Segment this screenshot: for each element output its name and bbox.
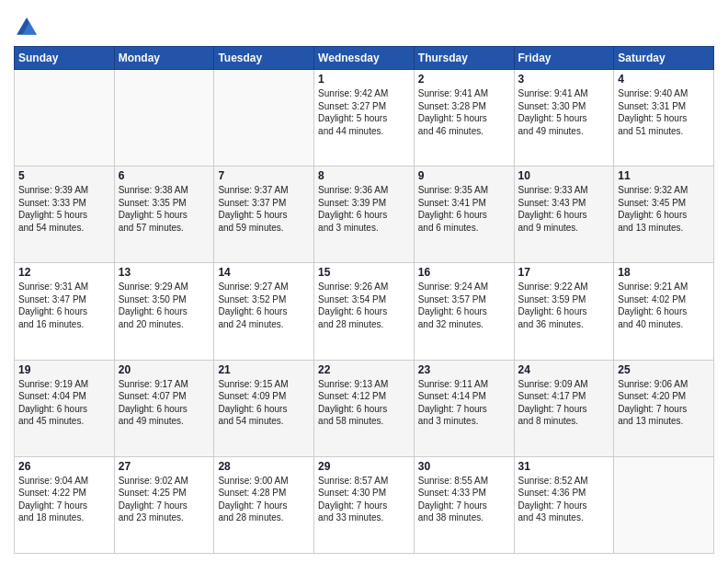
calendar-cell: 29Sunrise: 8:57 AMSunset: 4:30 PMDayligh… xyxy=(314,456,415,553)
calendar-cell: 17Sunrise: 9:22 AMSunset: 3:59 PMDayligh… xyxy=(514,263,614,360)
day-info: Sunrise: 9:27 AMSunset: 3:52 PMDaylight:… xyxy=(218,281,310,330)
calendar-cell: 26Sunrise: 9:04 AMSunset: 4:22 PMDayligh… xyxy=(15,456,115,553)
calendar-cell: 15Sunrise: 9:26 AMSunset: 3:54 PMDayligh… xyxy=(314,263,415,360)
calendar-cell: 20Sunrise: 9:17 AMSunset: 4:07 PMDayligh… xyxy=(114,360,214,456)
day-info: Sunrise: 9:06 AMSunset: 4:20 PMDaylight:… xyxy=(618,378,710,428)
day-info: Sunrise: 9:40 AMSunset: 3:31 PMDaylight:… xyxy=(618,87,710,137)
calendar-cell: 28Sunrise: 9:00 AMSunset: 4:28 PMDayligh… xyxy=(214,456,314,553)
calendar-cell: 7Sunrise: 9:37 AMSunset: 3:37 PMDaylight… xyxy=(214,167,314,263)
calendar-cell: 23Sunrise: 9:11 AMSunset: 4:14 PMDayligh… xyxy=(414,360,514,456)
day-info: Sunrise: 9:33 AMSunset: 3:43 PMDaylight:… xyxy=(518,184,610,234)
day-number: 19 xyxy=(18,363,110,376)
calendar-cell xyxy=(15,70,115,167)
calendar-cell: 3Sunrise: 9:41 AMSunset: 3:30 PMDaylight… xyxy=(514,70,614,167)
week-row-4: 19Sunrise: 9:19 AMSunset: 4:04 PMDayligh… xyxy=(15,360,714,456)
day-number: 2 xyxy=(418,73,510,86)
weekday-header-tuesday: Tuesday xyxy=(214,47,314,70)
weekday-header-saturday: Saturday xyxy=(614,47,714,70)
calendar-cell: 5Sunrise: 9:39 AMSunset: 3:33 PMDaylight… xyxy=(15,167,115,263)
week-row-1: 1Sunrise: 9:42 AMSunset: 3:27 PMDaylight… xyxy=(15,70,714,167)
calendar-cell: 6Sunrise: 9:38 AMSunset: 3:35 PMDaylight… xyxy=(114,167,214,263)
calendar-cell xyxy=(214,70,314,167)
day-info: Sunrise: 9:13 AMSunset: 4:12 PMDaylight:… xyxy=(318,378,410,428)
weekday-header-wednesday: Wednesday xyxy=(314,47,415,70)
day-number: 28 xyxy=(218,460,310,473)
calendar: SundayMondayTuesdayWednesdayThursdayFrid… xyxy=(14,46,714,554)
day-number: 6 xyxy=(119,169,210,182)
day-info: Sunrise: 9:09 AMSunset: 4:17 PMDaylight:… xyxy=(518,378,610,428)
day-number: 18 xyxy=(618,266,710,279)
calendar-cell: 12Sunrise: 9:31 AMSunset: 3:47 PMDayligh… xyxy=(15,263,115,360)
day-number: 31 xyxy=(518,460,610,473)
calendar-cell: 18Sunrise: 9:21 AMSunset: 4:02 PMDayligh… xyxy=(614,263,714,360)
calendar-cell: 30Sunrise: 8:55 AMSunset: 4:33 PMDayligh… xyxy=(414,456,514,553)
day-info: Sunrise: 9:41 AMSunset: 3:28 PMDaylight:… xyxy=(418,87,510,137)
day-number: 1 xyxy=(318,73,410,86)
day-info: Sunrise: 8:52 AMSunset: 4:36 PMDaylight:… xyxy=(518,475,610,524)
day-number: 4 xyxy=(618,73,710,86)
day-info: Sunrise: 9:02 AMSunset: 4:25 PMDaylight:… xyxy=(119,475,210,524)
calendar-cell: 1Sunrise: 9:42 AMSunset: 3:27 PMDaylight… xyxy=(314,70,415,167)
day-number: 8 xyxy=(318,169,410,182)
day-info: Sunrise: 9:32 AMSunset: 3:45 PMDaylight:… xyxy=(618,184,710,234)
day-info: Sunrise: 8:57 AMSunset: 4:30 PMDaylight:… xyxy=(318,475,410,524)
calendar-cell: 14Sunrise: 9:27 AMSunset: 3:52 PMDayligh… xyxy=(214,263,314,360)
day-number: 17 xyxy=(518,266,610,279)
week-row-2: 5Sunrise: 9:39 AMSunset: 3:33 PMDaylight… xyxy=(15,167,714,263)
day-number: 9 xyxy=(418,169,510,182)
calendar-cell: 11Sunrise: 9:32 AMSunset: 3:45 PMDayligh… xyxy=(614,167,714,263)
day-number: 11 xyxy=(618,169,710,182)
day-info: Sunrise: 9:19 AMSunset: 4:04 PMDaylight:… xyxy=(18,378,110,428)
calendar-cell: 4Sunrise: 9:40 AMSunset: 3:31 PMDaylight… xyxy=(614,70,714,167)
calendar-cell: 21Sunrise: 9:15 AMSunset: 4:09 PMDayligh… xyxy=(214,360,314,456)
day-info: Sunrise: 9:42 AMSunset: 3:27 PMDaylight:… xyxy=(318,87,410,137)
day-info: Sunrise: 9:31 AMSunset: 3:47 PMDaylight:… xyxy=(18,281,110,330)
day-number: 30 xyxy=(418,460,510,473)
calendar-cell: 13Sunrise: 9:29 AMSunset: 3:50 PMDayligh… xyxy=(114,263,214,360)
calendar-cell: 24Sunrise: 9:09 AMSunset: 4:17 PMDayligh… xyxy=(514,360,614,456)
day-info: Sunrise: 9:11 AMSunset: 4:14 PMDaylight:… xyxy=(418,378,510,428)
day-info: Sunrise: 9:38 AMSunset: 3:35 PMDaylight:… xyxy=(119,184,210,234)
day-info: Sunrise: 9:21 AMSunset: 4:02 PMDaylight:… xyxy=(618,281,710,330)
day-number: 13 xyxy=(119,266,210,279)
week-row-3: 12Sunrise: 9:31 AMSunset: 3:47 PMDayligh… xyxy=(15,263,714,360)
day-number: 14 xyxy=(218,266,310,279)
day-info: Sunrise: 9:22 AMSunset: 3:59 PMDaylight:… xyxy=(518,281,610,330)
calendar-cell: 10Sunrise: 9:33 AMSunset: 3:43 PMDayligh… xyxy=(514,167,614,263)
day-info: Sunrise: 9:39 AMSunset: 3:33 PMDaylight:… xyxy=(18,184,110,234)
header xyxy=(14,9,714,40)
day-number: 29 xyxy=(318,460,410,473)
day-number: 24 xyxy=(518,363,610,376)
day-number: 25 xyxy=(618,363,710,376)
calendar-cell: 8Sunrise: 9:36 AMSunset: 3:39 PMDaylight… xyxy=(314,167,415,263)
day-number: 20 xyxy=(119,363,210,376)
calendar-cell: 9Sunrise: 9:35 AMSunset: 3:41 PMDaylight… xyxy=(414,167,514,263)
day-info: Sunrise: 9:00 AMSunset: 4:28 PMDaylight:… xyxy=(218,475,310,524)
day-info: Sunrise: 9:24 AMSunset: 3:57 PMDaylight:… xyxy=(418,281,510,330)
weekday-header-monday: Monday xyxy=(114,47,214,70)
logo xyxy=(14,15,43,40)
calendar-cell: 31Sunrise: 8:52 AMSunset: 4:36 PMDayligh… xyxy=(514,456,614,553)
day-info: Sunrise: 9:35 AMSunset: 3:41 PMDaylight:… xyxy=(418,184,510,234)
day-number: 12 xyxy=(18,266,110,279)
calendar-cell: 22Sunrise: 9:13 AMSunset: 4:12 PMDayligh… xyxy=(314,360,415,456)
calendar-cell: 25Sunrise: 9:06 AMSunset: 4:20 PMDayligh… xyxy=(614,360,714,456)
week-row-5: 26Sunrise: 9:04 AMSunset: 4:22 PMDayligh… xyxy=(15,456,714,553)
day-info: Sunrise: 9:04 AMSunset: 4:22 PMDaylight:… xyxy=(18,475,110,524)
day-number: 3 xyxy=(518,73,610,86)
page: SundayMondayTuesdayWednesdayThursdayFrid… xyxy=(0,0,728,563)
calendar-cell: 16Sunrise: 9:24 AMSunset: 3:57 PMDayligh… xyxy=(414,263,514,360)
calendar-cell xyxy=(614,456,714,553)
calendar-cell xyxy=(114,70,214,167)
day-number: 7 xyxy=(218,169,310,182)
calendar-cell: 27Sunrise: 9:02 AMSunset: 4:25 PMDayligh… xyxy=(114,456,214,553)
calendar-cell: 19Sunrise: 9:19 AMSunset: 4:04 PMDayligh… xyxy=(15,360,115,456)
day-number: 21 xyxy=(218,363,310,376)
weekday-header-sunday: Sunday xyxy=(15,47,115,70)
day-info: Sunrise: 9:36 AMSunset: 3:39 PMDaylight:… xyxy=(318,184,410,234)
weekday-header-friday: Friday xyxy=(514,47,614,70)
day-number: 5 xyxy=(18,169,110,182)
day-info: Sunrise: 9:26 AMSunset: 3:54 PMDaylight:… xyxy=(318,281,410,330)
day-info: Sunrise: 9:29 AMSunset: 3:50 PMDaylight:… xyxy=(119,281,210,330)
day-number: 26 xyxy=(18,460,110,473)
